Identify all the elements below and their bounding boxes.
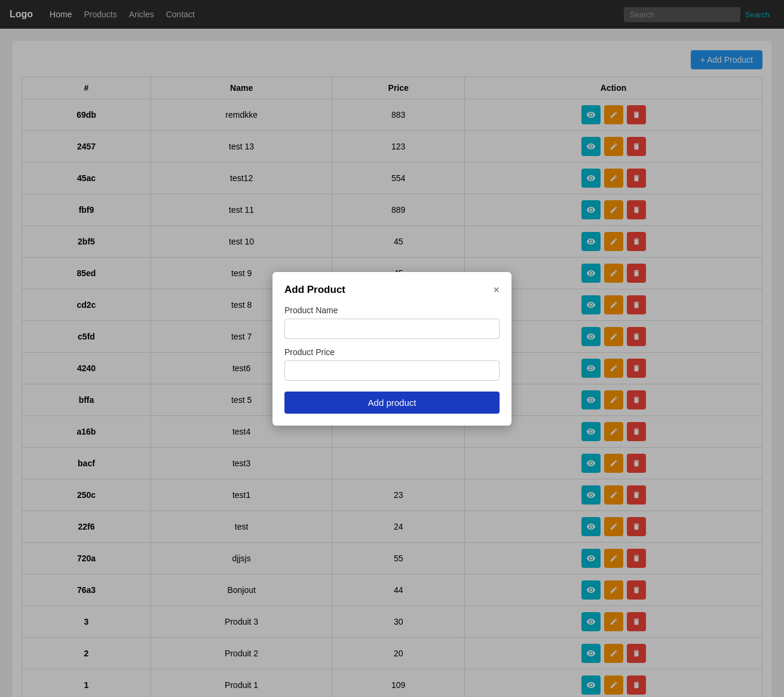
add-product-modal: Add Product × Product Name Product Price… bbox=[272, 272, 512, 426]
modal-close-button[interactable]: × bbox=[493, 285, 500, 295]
product-price-input[interactable] bbox=[284, 360, 500, 381]
product-name-input[interactable] bbox=[284, 319, 500, 339]
product-price-label: Product Price bbox=[284, 347, 500, 357]
modal-overlay[interactable]: Add Product × Product Name Product Price… bbox=[0, 0, 784, 697]
product-name-group: Product Name bbox=[284, 305, 500, 339]
product-name-label: Product Name bbox=[284, 305, 500, 315]
product-price-group: Product Price bbox=[284, 347, 500, 381]
modal-title: Add Product bbox=[284, 284, 345, 296]
modal-header: Add Product × bbox=[284, 284, 500, 296]
submit-product-button[interactable]: Add product bbox=[284, 392, 500, 414]
